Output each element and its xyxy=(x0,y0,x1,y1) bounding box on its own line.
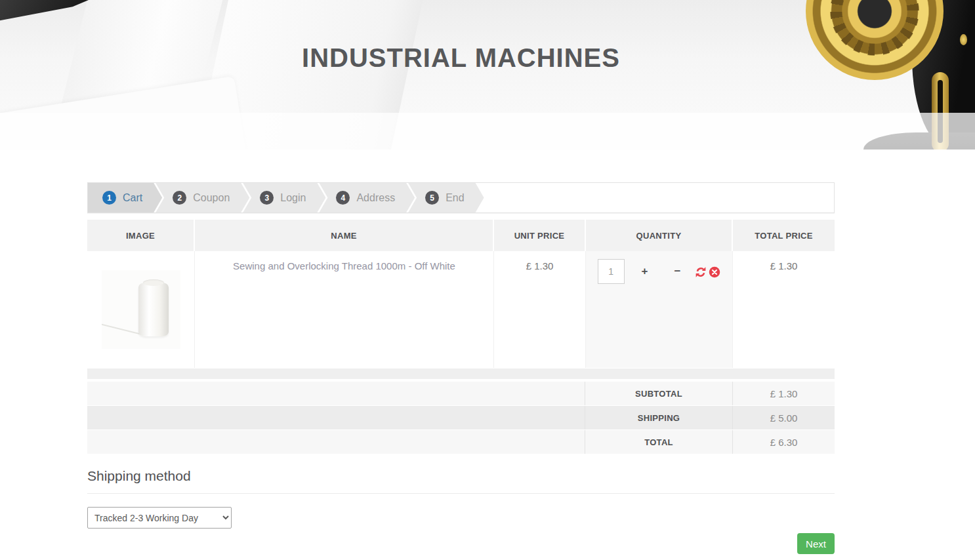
quantity-input[interactable] xyxy=(598,259,625,284)
main-content: 1 Cart 2 Coupon 3 Login 4 Address 5 End … xyxy=(87,182,835,554)
checkout-stepper: 1 Cart 2 Coupon 3 Login 4 Address 5 End xyxy=(87,182,835,213)
update-cart-button[interactable] xyxy=(695,266,707,278)
shipping-row: SHIPPING £ 5.00 xyxy=(87,406,835,430)
next-button[interactable]: Next xyxy=(797,533,835,554)
step-label: Address xyxy=(356,192,395,204)
product-image-cell xyxy=(87,251,195,368)
gold-knob-graphic xyxy=(960,34,967,45)
table-footer-strip xyxy=(87,369,835,379)
refresh-icon xyxy=(695,266,707,278)
banner-overlay-band xyxy=(0,113,975,150)
thread-spool-graphic xyxy=(138,283,169,336)
step-number-badge: 5 xyxy=(425,191,439,205)
cart-totals: SUBTOTAL £ 1.30 SHIPPING £ 5.00 TOTAL £ … xyxy=(87,382,835,454)
column-header-image: IMAGE xyxy=(87,220,195,251)
divider xyxy=(87,493,835,494)
quantity-increase-button[interactable]: + xyxy=(642,259,648,284)
total-label: TOTAL xyxy=(585,430,732,454)
page-title: INDUSTRIAL MACHINES xyxy=(87,43,835,73)
step-address[interactable]: 4 Address xyxy=(319,183,415,212)
step-end[interactable]: 5 End xyxy=(408,183,484,212)
step-number-badge: 3 xyxy=(260,191,274,205)
subtotal-row: SUBTOTAL £ 1.30 xyxy=(87,382,835,405)
step-label: Cart xyxy=(123,192,142,204)
cart-table-header: IMAGE NAME UNIT PRICE QUANTITY TOTAL PRI… xyxy=(87,220,835,251)
column-header-unit-price: UNIT PRICE xyxy=(494,220,586,251)
product-name[interactable]: Sewing and Overlocking Thread 1000m - Of… xyxy=(195,251,494,368)
banner: INDUSTRIAL MACHINES xyxy=(0,0,975,150)
subtotal-value: £ 1.30 xyxy=(732,382,835,405)
subtotal-label: SUBTOTAL xyxy=(585,382,732,405)
cart-item-row: Sewing and Overlocking Thread 1000m - Of… xyxy=(87,251,835,368)
step-coupon[interactable]: 2 Coupon xyxy=(156,183,249,212)
step-label: Coupon xyxy=(193,192,230,204)
machine-graphic-dark-corner xyxy=(0,0,89,22)
step-number-badge: 1 xyxy=(102,191,116,205)
total-row: TOTAL £ 6.30 xyxy=(87,430,835,454)
shipping-method-heading: Shipping method xyxy=(87,468,835,484)
unit-price-value: £ 1.30 xyxy=(494,251,586,368)
step-number-badge: 4 xyxy=(336,191,350,205)
step-number-badge: 2 xyxy=(173,191,186,205)
shipping-method-select[interactable]: Tracked 2-3 Working Day xyxy=(87,507,232,529)
remove-circle-icon xyxy=(709,266,720,278)
column-header-quantity: QUANTITY xyxy=(586,220,733,251)
shipping-value: £ 5.00 xyxy=(732,406,835,430)
remove-item-button[interactable] xyxy=(709,266,720,278)
step-login[interactable]: 3 Login xyxy=(243,183,325,212)
column-header-name: NAME xyxy=(195,220,494,251)
step-cart[interactable]: 1 Cart xyxy=(88,183,162,212)
shipping-label: SHIPPING xyxy=(585,406,732,430)
step-label: End xyxy=(446,192,464,204)
product-image[interactable] xyxy=(102,270,180,349)
actions-row: Next xyxy=(87,533,835,554)
line-total-value: £ 1.30 xyxy=(733,251,835,368)
quantity-cell: + − xyxy=(586,251,733,368)
quantity-decrease-button[interactable]: − xyxy=(674,259,681,284)
cart-table: IMAGE NAME UNIT PRICE QUANTITY TOTAL PRI… xyxy=(87,220,835,454)
total-value: £ 6.30 xyxy=(732,430,835,454)
step-label: Login xyxy=(280,192,306,204)
column-header-total-price: TOTAL PRICE xyxy=(733,220,835,251)
